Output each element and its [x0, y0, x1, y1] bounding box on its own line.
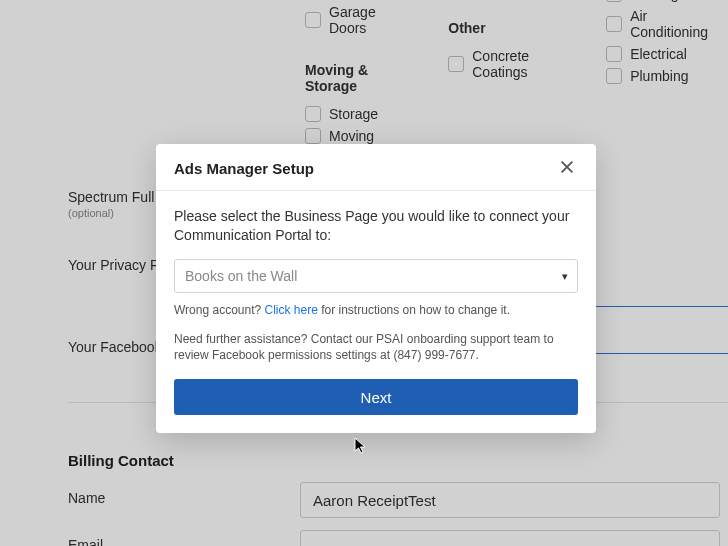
modal-body: Please select the Business Page you woul…	[156, 191, 596, 433]
business-page-select[interactable]: Books on the Wall	[174, 259, 578, 293]
close-button[interactable]	[558, 158, 578, 178]
ads-manager-modal: Ads Manager Setup Please select the Busi…	[156, 144, 596, 433]
wrong-account-tail: for instructions on how to change it.	[318, 303, 510, 317]
wrong-account-text: Wrong account? Click here for instructio…	[174, 303, 578, 317]
modal-header: Ads Manager Setup	[156, 144, 596, 191]
help-text: Need further assistance? Contact our PSA…	[174, 331, 578, 363]
business-page-select-wrap[interactable]: Books on the Wall ▾	[174, 259, 578, 293]
next-button[interactable]: Next	[174, 379, 578, 415]
wrong-account-prefix: Wrong account?	[174, 303, 265, 317]
close-icon	[558, 158, 576, 176]
modal-title: Ads Manager Setup	[174, 160, 314, 177]
click-here-link[interactable]: Click here	[265, 303, 318, 317]
modal-prompt: Please select the Business Page you woul…	[174, 207, 578, 245]
